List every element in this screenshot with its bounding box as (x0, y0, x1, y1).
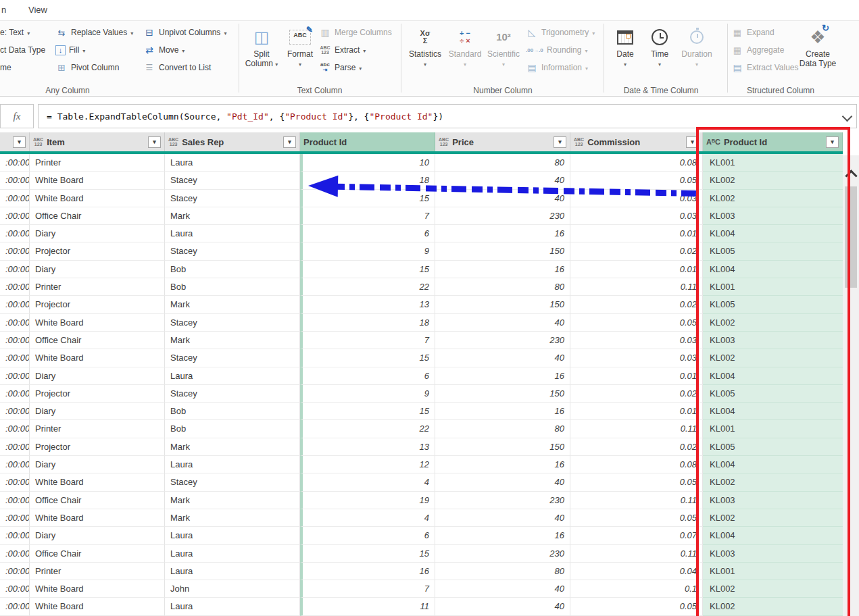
cell-commission[interactable]: 0.08 (570, 456, 703, 473)
cell-price[interactable]: 16 (435, 367, 570, 385)
cell-price[interactable]: 16 (435, 527, 570, 544)
cell-commission[interactable]: 0.05 (570, 598, 703, 615)
scrollbar-thumb[interactable] (845, 186, 857, 288)
cell-commission[interactable]: 0.04 (570, 563, 703, 580)
cell-product-id-2[interactable]: KL004 (703, 403, 843, 420)
cell-datetime[interactable]: :00:00 (0, 580, 30, 598)
cell-price[interactable]: 80 (435, 154, 570, 172)
cell-product-id-2[interactable]: KL003 (703, 207, 843, 225)
date-button[interactable]: Date (608, 25, 642, 70)
cell-item[interactable]: Projector (30, 296, 165, 313)
cell-product-id-2[interactable]: KL005 (703, 438, 843, 456)
cell-product-id[interactable]: 16 (300, 563, 435, 580)
cell-product-id[interactable]: 13 (300, 296, 435, 313)
cell-commission[interactable]: 0.1 (570, 580, 703, 598)
cell-sales-rep[interactable]: Stacey (165, 385, 300, 403)
detect-data-type-button[interactable]: ct Data Type (0, 43, 45, 57)
column-header-datetime[interactable] (0, 132, 30, 151)
cell-datetime[interactable]: :00:00 (0, 154, 30, 172)
cell-commission[interactable]: 0.02 (570, 385, 703, 403)
cell-sales-rep[interactable]: Bob (165, 261, 300, 278)
cell-price[interactable]: 40 (435, 598, 570, 615)
cell-price[interactable]: 150 (435, 438, 570, 456)
fill-button[interactable]: Fill (55, 43, 85, 57)
cell-datetime[interactable]: :00:00 (0, 385, 30, 403)
cell-price[interactable]: 16 (435, 225, 570, 242)
column-header-commission[interactable]: Commission (570, 132, 703, 151)
cell-sales-rep[interactable]: Stacey (165, 349, 300, 367)
cell-datetime[interactable]: :00:00 (0, 438, 30, 456)
cell-item[interactable]: Projector (30, 242, 165, 260)
cell-sales-rep[interactable]: Stacey (165, 242, 300, 260)
cell-product-id[interactable]: 18 (300, 172, 435, 189)
cell-product-id[interactable]: 19 (300, 492, 435, 509)
cell-datetime[interactable]: :00:00 (0, 545, 30, 563)
rename-button[interactable]: me (0, 60, 11, 75)
cell-product-id-2[interactable]: KL005 (703, 296, 843, 313)
cell-item[interactable]: Diary (30, 367, 165, 385)
cell-commission[interactable]: 0.01 (570, 367, 703, 385)
cell-price[interactable]: 40 (435, 172, 570, 189)
cell-sales-rep[interactable]: Mark (165, 438, 300, 456)
cell-price[interactable]: 40 (435, 580, 570, 598)
cell-sales-rep[interactable]: Bob (165, 420, 300, 438)
cell-product-id-2[interactable]: KL004 (703, 367, 843, 385)
cell-commission[interactable]: 0.05 (570, 172, 703, 189)
cell-item[interactable]: Projector (30, 385, 165, 403)
cell-sales-rep[interactable]: Laura (165, 545, 300, 563)
cell-product-id[interactable]: 7 (300, 332, 435, 349)
cell-sales-rep[interactable]: Laura (165, 225, 300, 242)
column-header-product-id[interactable]: Product Id (300, 132, 435, 151)
cell-item[interactable]: Office Chair (30, 332, 165, 349)
cell-item[interactable]: Projector (30, 438, 165, 456)
time-button[interactable]: Time (643, 25, 676, 70)
cell-item[interactable]: White Board (30, 473, 165, 491)
cell-datetime[interactable]: :00:00 (0, 296, 30, 313)
cell-commission[interactable]: 0.11 (570, 545, 703, 563)
cell-product-id[interactable]: 12 (300, 456, 435, 473)
cell-commission[interactable]: 0.11 (570, 492, 703, 509)
cell-product-id[interactable]: 18 (300, 314, 435, 332)
cell-datetime[interactable]: :00:00 (0, 420, 30, 438)
cell-commission[interactable]: 0.03 (570, 332, 703, 349)
tab-view[interactable]: View (28, 5, 47, 15)
cell-sales-rep[interactable]: Mark (165, 296, 300, 313)
extract-button[interactable]: Extract (319, 43, 366, 57)
cell-product-id[interactable]: 10 (300, 154, 435, 172)
filter-button[interactable] (686, 136, 699, 148)
cell-price[interactable]: 40 (435, 473, 570, 491)
cell-item[interactable]: Diary (30, 261, 165, 278)
cell-item[interactable]: White Board (30, 314, 165, 332)
cell-product-id[interactable]: 15 (300, 545, 435, 563)
cell-sales-rep[interactable]: Stacey (165, 473, 300, 491)
cell-datetime[interactable]: :00:00 (0, 527, 30, 544)
convert-to-list-button[interactable]: Convert to List (143, 60, 211, 75)
cell-datetime[interactable]: :00:00 (0, 349, 30, 367)
cell-commission[interactable]: 0.11 (570, 420, 703, 438)
cell-product-id-2[interactable]: KL002 (703, 509, 843, 527)
cell-sales-rep[interactable]: Laura (165, 563, 300, 580)
filter-button[interactable] (13, 136, 26, 148)
filter-button[interactable] (283, 136, 296, 148)
filter-button[interactable] (826, 136, 839, 148)
cell-datetime[interactable]: :00:00 (0, 598, 30, 615)
cell-commission[interactable]: 0.02 (570, 438, 703, 456)
cell-item[interactable]: Printer (30, 154, 165, 172)
cell-price[interactable]: 150 (435, 296, 570, 313)
cell-item[interactable]: Printer (30, 420, 165, 438)
cell-item[interactable]: Office Chair (30, 545, 165, 563)
cell-sales-rep[interactable]: Stacey (165, 172, 300, 189)
cell-commission[interactable]: 0.05 (570, 473, 703, 491)
cell-price[interactable]: 80 (435, 420, 570, 438)
cell-commission[interactable]: 0.07 (570, 527, 703, 544)
cell-item[interactable]: White Board (30, 509, 165, 527)
cell-datetime[interactable]: :00:00 (0, 172, 30, 189)
cell-datetime[interactable]: :00:00 (0, 456, 30, 473)
unpivot-columns-button[interactable]: Unpivot Columns (143, 25, 226, 40)
cell-product-id[interactable]: 15 (300, 403, 435, 420)
cell-sales-rep[interactable]: Mark (165, 492, 300, 509)
cell-product-id-2[interactable]: KL003 (703, 545, 843, 563)
cell-commission[interactable]: 0.05 (570, 314, 703, 332)
cell-datetime[interactable]: :00:00 (0, 332, 30, 349)
cell-price[interactable]: 80 (435, 278, 570, 296)
